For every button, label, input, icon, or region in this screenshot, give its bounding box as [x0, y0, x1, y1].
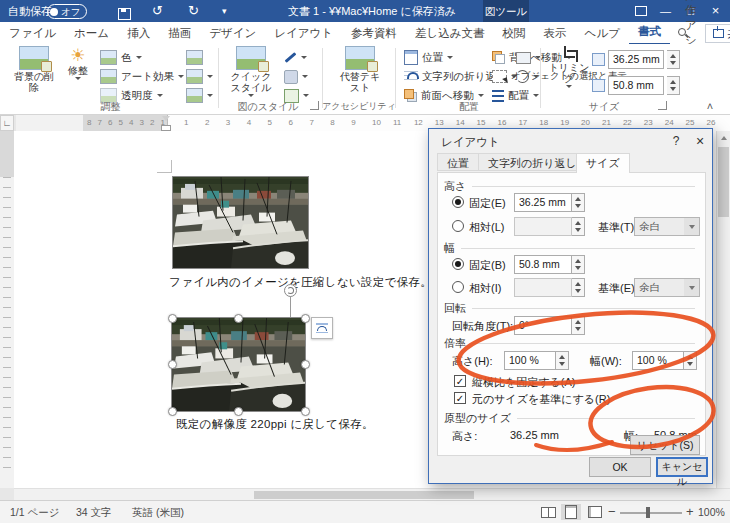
dialog-close-icon[interactable]: ×	[689, 131, 711, 151]
width-fixed-field[interactable]: 50.8 mm	[514, 255, 572, 274]
width-relative-spinner[interactable]	[572, 278, 585, 297]
scale-height-spinner[interactable]	[556, 351, 569, 370]
collapse-ribbon-icon[interactable]: ˄	[700, 100, 720, 112]
tab-format-active[interactable]: 書式	[629, 21, 670, 45]
print-layout-button[interactable]	[561, 504, 581, 520]
vertical-scrollbar[interactable]	[716, 131, 730, 488]
word-count[interactable]: 34 文字	[76, 501, 112, 523]
scroll-up-icon[interactable]	[717, 131, 730, 145]
shape-width-value[interactable]: 50.8 mm	[608, 76, 664, 95]
zoom-level[interactable]: 100%	[698, 501, 725, 523]
scale-width-spinner[interactable]	[684, 351, 697, 370]
picture-border-button[interactable]	[284, 49, 307, 66]
first-line-indent-marker[interactable]	[162, 116, 170, 121]
width-base-combo[interactable]: 余白	[634, 278, 700, 297]
group-objects-button[interactable]	[516, 49, 541, 66]
tab-home[interactable]: ホーム	[65, 22, 118, 44]
height-fixed-radio[interactable]	[452, 196, 464, 208]
save-icon[interactable]	[118, 5, 131, 17]
tab-layout[interactable]: レイアウト	[265, 22, 342, 44]
remove-background-button[interactable]: 背景の削除	[10, 46, 58, 93]
selection-handle-w[interactable]	[168, 360, 177, 369]
undo-icon[interactable]: ↺	[152, 0, 163, 22]
tab-file[interactable]: ファイル	[0, 22, 65, 44]
tab-view[interactable]: 表示	[535, 22, 576, 44]
tab-insert[interactable]: 挿入	[118, 22, 159, 44]
horizontal-scroll-thumb[interactable]	[254, 491, 474, 499]
tab-draw[interactable]: 描画	[159, 22, 200, 44]
selection-handle-sw[interactable]	[168, 407, 177, 416]
height-relative-spinner[interactable]	[572, 217, 585, 236]
relative-original-checkbox[interactable]: ✓	[454, 392, 466, 404]
shape-height-value[interactable]: 36.25 mm	[608, 50, 664, 69]
quick-styles-button[interactable]: クイックスタイル	[228, 46, 274, 97]
height-base-combo[interactable]: 余白	[634, 217, 700, 236]
tab-references[interactable]: 参考資料	[342, 22, 406, 44]
ribbon-display-options-icon[interactable]	[628, 1, 653, 23]
width-relative-radio[interactable]	[452, 281, 464, 293]
redo-icon[interactable]: ↻	[188, 0, 199, 22]
cancel-button[interactable]: キャンセル	[656, 457, 708, 477]
ok-button[interactable]: OK	[589, 457, 651, 477]
alt-text-button[interactable]: 代替テキスト	[334, 46, 386, 93]
selection-handle-n[interactable]	[234, 314, 243, 323]
width-fixed-radio[interactable]	[452, 258, 464, 270]
reset-button[interactable]: リセット(S)	[630, 435, 700, 455]
shape-height-field[interactable]: 36.25 mm	[592, 50, 680, 69]
width-fixed-spinner[interactable]	[572, 255, 585, 274]
artistic-effects-button[interactable]: アート効果	[100, 68, 184, 85]
page-count[interactable]: 1/1 ページ	[10, 501, 60, 523]
tab-mailings[interactable]: 差し込み文書	[406, 22, 494, 44]
autosave-toggle[interactable]: オフ	[47, 4, 87, 19]
zoom-out-button[interactable]: −	[608, 501, 616, 523]
boat-photo-1[interactable]	[173, 177, 308, 268]
dialog-launcher-icon[interactable]	[310, 101, 319, 110]
dialog-tab-position[interactable]: 位置	[437, 153, 479, 171]
selection-handle-nw[interactable]	[168, 314, 177, 323]
color-button[interactable]: 色	[100, 49, 142, 66]
close-icon[interactable]: ×	[703, 0, 728, 22]
boat-photo-2-selected[interactable]	[172, 318, 305, 411]
selection-handle-ne[interactable]	[301, 314, 310, 323]
dialog-tab-size[interactable]: サイズ	[576, 153, 630, 173]
rotate-objects-button[interactable]	[516, 68, 539, 85]
layout-options-button[interactable]	[311, 317, 333, 339]
dialog-help-icon[interactable]: ?	[665, 131, 687, 151]
dialog-tab-text-wrapping[interactable]: 文字列の折り返し	[478, 153, 587, 171]
dialog-launcher-icon[interactable]	[658, 101, 667, 110]
minimize-icon[interactable]: —	[653, 0, 678, 22]
compress-picture-button[interactable]	[186, 49, 203, 66]
tab-selector[interactable]: ∟	[0, 115, 14, 131]
language-status[interactable]: 英語 (米国)	[132, 501, 184, 523]
corrections-button[interactable]: ☀ 修整	[62, 46, 94, 80]
read-mode-button[interactable]	[538, 504, 558, 520]
selection-handle-se[interactable]	[301, 407, 310, 416]
change-picture-button[interactable]	[186, 68, 213, 85]
vertical-scroll-thumb[interactable]	[718, 147, 729, 217]
zoom-slider-thumb[interactable]	[646, 507, 650, 518]
rotate-angle-spinner[interactable]	[572, 316, 585, 335]
zoom-in-button[interactable]: +	[686, 501, 694, 523]
zoom-slider-track[interactable]	[620, 512, 682, 514]
picture-tools-context-tab[interactable]: 図ツール	[483, 0, 529, 22]
height-fixed-field[interactable]: 36.25 mm	[514, 193, 572, 212]
picture-effects-button[interactable]	[284, 68, 308, 85]
shape-width-field[interactable]: 50.8 mm	[592, 76, 680, 95]
vertical-ruler[interactable]	[0, 131, 15, 488]
scale-width-field[interactable]: 100 %	[632, 351, 684, 370]
tab-review[interactable]: 校閲	[494, 22, 535, 44]
scale-height-field[interactable]: 100 %	[504, 351, 556, 370]
share-button[interactable]: 共有	[705, 24, 730, 43]
web-layout-button[interactable]	[585, 504, 605, 520]
height-fixed-spinner[interactable]	[572, 193, 585, 212]
selection-handle-s[interactable]	[234, 407, 243, 416]
width-spinner[interactable]	[667, 76, 680, 95]
quick-access-dropdown-icon[interactable]: ▾	[222, 0, 227, 22]
crop-button[interactable]: トリミング	[548, 46, 590, 88]
lock-aspect-checkbox[interactable]: ✓	[454, 375, 466, 387]
rotate-angle-field[interactable]: 0°	[514, 316, 572, 335]
height-spinner[interactable]	[667, 50, 680, 69]
tab-help[interactable]: ヘルプ	[576, 22, 629, 44]
height-relative-radio[interactable]	[452, 220, 464, 232]
tab-design[interactable]: デザイン	[200, 22, 265, 44]
